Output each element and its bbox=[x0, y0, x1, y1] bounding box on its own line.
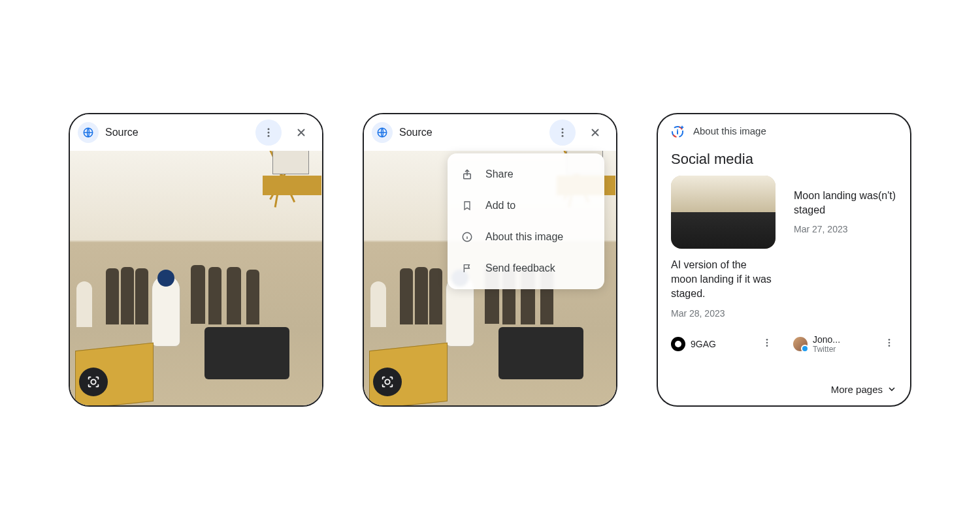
info-sparkle-icon bbox=[670, 123, 685, 139]
svg-point-19 bbox=[889, 342, 890, 344]
section-title: Social media bbox=[658, 148, 910, 176]
result-more-icon[interactable] bbox=[759, 335, 775, 353]
result-source[interactable]: 9GAG bbox=[671, 334, 775, 354]
svg-point-18 bbox=[889, 339, 890, 341]
menu-item-about-image[interactable]: About this image bbox=[448, 221, 604, 253]
menu-item-label: About this image bbox=[485, 231, 563, 243]
avatar-icon bbox=[793, 337, 808, 351]
globe-icon bbox=[372, 122, 393, 143]
result-card[interactable]: AI version of the moon landing if it was… bbox=[671, 176, 776, 330]
menu-item-label: Share bbox=[485, 168, 514, 180]
svg-point-14 bbox=[675, 341, 681, 347]
svg-point-6 bbox=[562, 128, 564, 130]
source-name: Jono... bbox=[813, 334, 840, 345]
source-name: 9GAG bbox=[691, 339, 716, 350]
svg-point-3 bbox=[268, 134, 270, 136]
lens-button[interactable] bbox=[79, 368, 108, 396]
result-date: Mar 27, 2023 bbox=[794, 224, 897, 234]
overflow-menu: Share Add to About this image Send feedb… bbox=[448, 153, 604, 289]
svg-point-9 bbox=[385, 379, 389, 384]
svg-point-15 bbox=[766, 339, 768, 341]
svg-point-7 bbox=[562, 131, 564, 133]
menu-item-label: Add to bbox=[485, 200, 515, 212]
bookmark-icon bbox=[461, 199, 474, 212]
menu-item-send-feedback[interactable]: Send feedback bbox=[448, 253, 604, 284]
panel-header: About this image bbox=[658, 114, 910, 148]
image-content bbox=[70, 151, 322, 405]
verified-badge-icon bbox=[801, 345, 809, 353]
image-viewer-panel-menu-open: Source bbox=[363, 113, 617, 407]
result-date: Mar 28, 2023 bbox=[671, 308, 776, 319]
source-label: Source bbox=[105, 127, 249, 138]
source-platform: Twitter bbox=[813, 345, 840, 354]
results-row: AI version of the moon landing if it was… bbox=[658, 176, 910, 330]
about-image-title: About this image bbox=[693, 125, 766, 136]
image-viewer-panel: Source bbox=[69, 113, 323, 407]
globe-icon bbox=[78, 122, 99, 143]
result-card[interactable]: Moon landing was(n't) staged Mar 27, 202… bbox=[794, 176, 897, 330]
source-label: Source bbox=[399, 127, 543, 138]
result-more-icon[interactable] bbox=[881, 335, 897, 353]
result-title: AI version of the moon landing if it was… bbox=[671, 258, 776, 302]
flag-icon bbox=[461, 262, 474, 275]
chevron-down-icon bbox=[887, 384, 897, 394]
close-button[interactable] bbox=[582, 119, 608, 146]
svg-point-20 bbox=[889, 345, 890, 347]
menu-item-share[interactable]: Share bbox=[448, 159, 604, 190]
share-icon bbox=[461, 168, 474, 181]
result-title: Moon landing was(n't) staged bbox=[794, 189, 897, 218]
svg-point-1 bbox=[268, 128, 270, 130]
svg-point-2 bbox=[268, 131, 270, 133]
close-button[interactable] bbox=[288, 119, 314, 146]
panel-header: Source bbox=[70, 114, 322, 151]
result-thumbnail bbox=[671, 176, 776, 249]
svg-point-8 bbox=[562, 134, 564, 136]
more-options-button[interactable] bbox=[255, 119, 282, 146]
more-pages-label: More pages bbox=[831, 384, 883, 395]
svg-point-4 bbox=[91, 379, 95, 384]
source-logo-icon bbox=[671, 337, 685, 351]
panel-header: Source bbox=[364, 114, 616, 151]
result-sources-row: 9GAG Jono... Twitter bbox=[658, 334, 910, 354]
lens-button[interactable] bbox=[373, 368, 402, 396]
info-icon bbox=[461, 230, 474, 244]
svg-point-17 bbox=[766, 345, 768, 347]
about-image-panel: About this image Social media AI version… bbox=[657, 113, 911, 407]
menu-item-label: Send feedback bbox=[485, 262, 555, 274]
svg-point-16 bbox=[766, 342, 768, 344]
result-source[interactable]: Jono... Twitter bbox=[793, 334, 897, 354]
menu-item-add-to[interactable]: Add to bbox=[448, 190, 604, 221]
more-options-button[interactable] bbox=[549, 119, 576, 146]
more-pages-button[interactable]: More pages bbox=[831, 384, 897, 395]
